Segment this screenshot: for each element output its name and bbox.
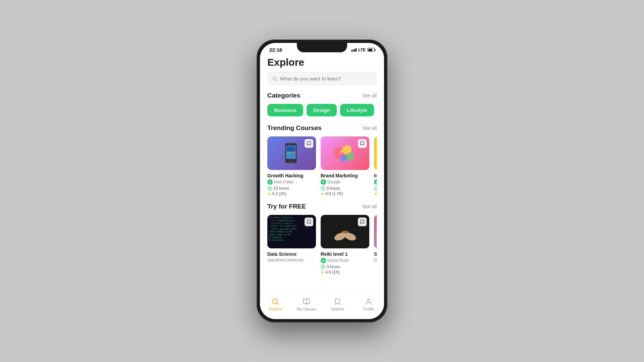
provider-badge-english: ★ (374, 179, 377, 185)
course-provider-growth: ★ Matt Pattel (267, 179, 316, 185)
course-name-growth: Growth Hacking (267, 173, 316, 179)
phone-screen: 22:16 LTE Explore (260, 43, 384, 319)
battery-icon (367, 48, 375, 52)
free-header: Try for FREE See all (267, 203, 377, 210)
course-rating-growth: ★ 4.3 (2K) (267, 191, 316, 196)
course-name-brand: Brand Marketing (321, 173, 369, 179)
provider-badge-growth: ★ (267, 179, 273, 185)
brand-thumb-svg: 7 (332, 140, 359, 167)
course-name-english: Improve your English (374, 173, 377, 179)
course-provider-english: ★ Georgia Tech (374, 179, 377, 185)
bookmark-reiki-svg (360, 220, 364, 224)
nav-profile[interactable]: Profile (359, 297, 379, 311)
bottom-nav: Explore My Classes Wishlist (260, 293, 384, 319)
phone-notch (297, 43, 347, 52)
course-thumbnail-reiki (321, 215, 369, 248)
course-card-english[interactable]: EVERYDAY ENGLISH Improve your English ★ … (374, 136, 377, 196)
signal-icon (351, 48, 357, 52)
course-card-brand[interactable]: 7 Brand Marketing ★ Google (321, 136, 369, 196)
profile-icon (364, 297, 373, 306)
svg-line-22 (376, 188, 377, 189)
svg-line-34 (277, 303, 278, 304)
lte-icon: LTE (358, 48, 366, 52)
course-hours-growth: 15 hours (267, 186, 316, 191)
provider-badge-reiki: ★ (321, 258, 326, 263)
svg-text:7: 7 (340, 149, 342, 155)
svg-line-19 (323, 188, 324, 189)
svg-point-35 (367, 299, 370, 301)
bookmark-data-svg (307, 220, 311, 224)
bookmark-growth[interactable] (305, 139, 313, 148)
svg-rect-6 (287, 152, 290, 155)
category-business[interactable]: Business (267, 104, 303, 116)
classes-label: My Classes (297, 307, 316, 311)
svg-point-15 (340, 155, 347, 162)
categories-title: Categories (267, 92, 300, 99)
course-thumbnail-data: def model_train(X,y): clf = RandomForest… (267, 215, 316, 248)
course-card-spanish[interactable]: Spanish Cuisine Daragh Wa... (374, 215, 377, 275)
course-rating-brand: ★ 4.8 (1.7K) (321, 191, 369, 196)
star-icon-brand: ★ (321, 191, 324, 196)
phone-frame: 22:16 LTE Explore (257, 40, 387, 322)
course-provider-brand: ★ Google (321, 179, 369, 185)
wishlist-icon (333, 297, 342, 306)
bookmark-icon-svg (307, 141, 311, 146)
course-thumbnail-spanish (374, 215, 377, 248)
search-input[interactable] (280, 76, 372, 81)
page-title: Explore (267, 57, 377, 68)
course-thumbnail-english: EVERYDAY ENGLISH (374, 136, 377, 170)
course-card-growth[interactable]: Growth Hacking ★ Matt Pattel (267, 136, 316, 196)
categories-see-all[interactable]: See all (362, 93, 377, 98)
trending-courses-row: Growth Hacking ★ Matt Pattel (267, 136, 377, 196)
svg-rect-7 (291, 152, 295, 154)
trending-title: Trending Courses (267, 124, 322, 132)
course-card-data[interactable]: def model_train(X,y): clf = RandomForest… (267, 215, 316, 275)
svg-line-11 (270, 188, 270, 189)
clock-icon-growth (267, 186, 272, 191)
classes-icon (302, 297, 311, 306)
bookmark-brand[interactable] (358, 139, 367, 148)
bookmark-brand-svg (360, 141, 364, 146)
course-hours-reiki: 3 hours (321, 264, 369, 269)
course-name-data: Data Science (267, 251, 316, 257)
svg-point-14 (346, 153, 354, 161)
reiki-thumb-svg (328, 218, 362, 245)
status-time: 22:16 (269, 47, 282, 53)
svg-rect-4 (289, 162, 293, 163)
search-bar[interactable] (267, 72, 377, 85)
profile-label: Profile (363, 307, 374, 311)
star-icon-reiki: ★ (321, 270, 324, 275)
bookmark-data[interactable] (305, 218, 313, 226)
app-content: Explore Categories See all Business Desi… (260, 54, 384, 289)
trending-header: Trending Courses See all (267, 124, 377, 132)
nav-my-classes[interactable]: My Classes (297, 297, 317, 311)
svg-line-1 (276, 79, 277, 80)
course-card-reiki[interactable]: Reiki level 1 ★ Dania Roda (321, 215, 369, 275)
star-icon-growth: ★ (267, 191, 271, 196)
search-icon (272, 76, 277, 81)
course-provider-spanish: Daragh Wa... (374, 258, 377, 262)
categories-row: Business Design Lifestyle Computer (267, 104, 377, 118)
svg-line-28 (323, 267, 324, 267)
course-provider-data: Standford University (267, 258, 316, 262)
bookmark-reiki[interactable] (358, 218, 367, 226)
course-hours-brand: 8 hours (321, 186, 369, 191)
free-courses-row: def model_train(X,y): clf = RandomForest… (267, 215, 377, 275)
trending-see-all[interactable]: See all (362, 125, 377, 131)
wishlist-label: Wishlist (331, 307, 344, 311)
category-lifestyle[interactable]: Lifestyle (340, 104, 374, 116)
status-icons: LTE (351, 48, 375, 52)
free-see-all[interactable]: See all (362, 204, 377, 209)
course-rating-reiki: ★ 4.6 (1K) (321, 270, 369, 275)
course-provider-reiki: ★ Dania Roda (321, 258, 369, 263)
star-icon-english: ★ (374, 191, 377, 196)
svg-point-25 (341, 231, 349, 236)
course-thumbnail-growth (267, 136, 316, 170)
explore-icon (271, 297, 280, 306)
category-design[interactable]: Design (307, 104, 337, 116)
nav-explore[interactable]: Explore (265, 297, 285, 311)
nav-wishlist[interactable]: Wishlist (327, 297, 347, 311)
course-name-reiki: Reiki level 1 (321, 251, 369, 257)
course-hours-english: 13 hours (374, 186, 377, 191)
clock-icon-english (374, 186, 377, 191)
